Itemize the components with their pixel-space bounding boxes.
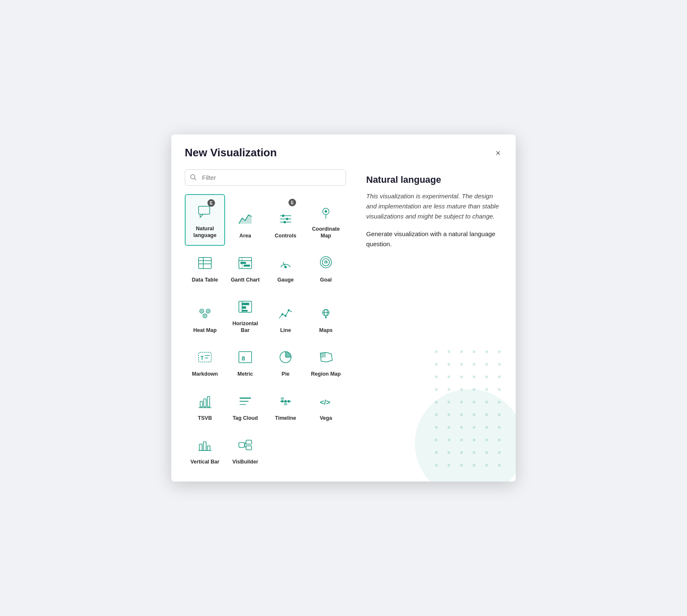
- svg-rect-110: [448, 413, 450, 416]
- svg-rect-85: [435, 363, 438, 366]
- tsvb-icon: [196, 392, 214, 411]
- close-button[interactable]: ×: [494, 147, 502, 159]
- deco-circle: [415, 389, 516, 482]
- svg-rect-135: [460, 464, 463, 466]
- vertical-bar-icon: [196, 436, 214, 454]
- viz-label-line: Line: [280, 327, 291, 334]
- deco-grid: [432, 347, 516, 482]
- svg-rect-93: [460, 376, 463, 378]
- badge-e-controls: E: [288, 199, 296, 206]
- viz-item-tsvb[interactable]: TSVB: [185, 384, 225, 428]
- svg-rect-127: [435, 451, 438, 454]
- svg-rect-98: [448, 388, 450, 391]
- viz-item-natural-language[interactable]: Natural languageE: [185, 194, 225, 246]
- new-visualization-modal: New Visualization × Natural languageEAre…: [171, 134, 516, 482]
- svg-rect-37: [242, 306, 246, 309]
- svg-rect-115: [435, 426, 438, 429]
- svg-rect-81: [460, 350, 463, 353]
- badge-e-natural-language: E: [207, 199, 215, 207]
- svg-rect-76: [246, 446, 252, 450]
- svg-rect-105: [460, 401, 463, 403]
- svg-text:</>: </>: [320, 398, 330, 406]
- viz-item-controls[interactable]: ControlsE: [265, 194, 306, 246]
- svg-rect-87: [460, 363, 463, 366]
- vega-icon: </>: [317, 392, 335, 411]
- svg-rect-136: [473, 464, 475, 466]
- viz-item-timeline[interactable]: Timeline: [265, 384, 306, 428]
- viz-item-pie[interactable]: Pie: [265, 340, 306, 384]
- gantt-icon: [236, 254, 254, 272]
- svg-rect-101: [485, 388, 488, 391]
- svg-rect-106: [473, 401, 475, 403]
- viz-item-coordinate-map[interactable]: Coordinate Map: [306, 194, 346, 246]
- viz-item-horizontal-bar[interactable]: Horizontal Bar: [225, 290, 265, 340]
- filter-input[interactable]: [185, 169, 346, 186]
- svg-rect-84: [498, 350, 501, 353]
- svg-rect-68: [284, 403, 287, 405]
- viz-item-region-map[interactable]: Region Map: [306, 340, 346, 384]
- viz-label-vertical-bar: Vertical Bar: [191, 458, 220, 465]
- horizontal-bar-icon: [236, 297, 254, 316]
- heat-map-icon: [196, 304, 214, 323]
- svg-rect-79: [435, 350, 438, 353]
- svg-rect-95: [485, 376, 488, 378]
- viz-item-markdown[interactable]: TMarkdown: [185, 340, 225, 384]
- svg-point-65: [284, 400, 287, 403]
- svg-point-8: [286, 218, 288, 220]
- viz-label-region-map: Region Map: [311, 371, 341, 377]
- viz-label-markdown: Markdown: [192, 371, 218, 377]
- viz-item-goal[interactable]: 8Goal: [306, 246, 346, 290]
- viz-item-vertical-bar[interactable]: Vertical Bar: [185, 428, 225, 471]
- svg-rect-117: [460, 426, 463, 429]
- viz-item-data-table[interactable]: Data Table: [185, 246, 225, 290]
- svg-rect-74: [239, 442, 244, 447]
- svg-rect-129: [460, 451, 463, 454]
- viz-label-gauge: Gauge: [278, 276, 294, 283]
- svg-rect-138: [498, 464, 501, 466]
- svg-rect-121: [435, 439, 438, 441]
- svg-rect-38: [242, 310, 247, 311]
- svg-text:T: T: [201, 355, 204, 361]
- viz-item-heat-map[interactable]: Heat Map: [185, 290, 225, 340]
- viz-item-gauge[interactable]: Gauge: [265, 246, 306, 290]
- viz-label-coordinate-map: Coordinate Map: [309, 226, 342, 240]
- svg-rect-91: [435, 376, 438, 378]
- viz-label-controls: Controls: [275, 232, 296, 239]
- svg-rect-67: [281, 397, 284, 400]
- viz-label-heat-map: Heat Map: [193, 327, 217, 334]
- viz-item-line[interactable]: Line: [265, 290, 306, 340]
- right-panel: Natural language This visualization is e…: [356, 163, 516, 482]
- svg-point-66: [288, 400, 290, 403]
- goal-icon: 8: [317, 254, 335, 272]
- line-icon: [276, 304, 295, 323]
- viz-item-vega[interactable]: </>Vega: [306, 384, 346, 428]
- modal-header: New Visualization ×: [171, 134, 516, 163]
- svg-point-64: [281, 400, 284, 403]
- modal-title: New Visualization: [185, 146, 277, 159]
- pie-icon: [276, 348, 295, 366]
- svg-text:8: 8: [325, 260, 327, 264]
- viz-label-pie: Pie: [282, 371, 290, 377]
- detail-title: Natural language: [366, 174, 502, 185]
- svg-rect-80: [448, 350, 450, 353]
- modal-body: Natural languageEAreaControlsECoordinate…: [171, 163, 516, 482]
- viz-label-vis-builder: VisBuilder: [232, 458, 258, 465]
- viz-item-metric[interactable]: 8Metric: [225, 340, 265, 384]
- svg-rect-114: [498, 413, 501, 416]
- viz-label-area: Area: [239, 232, 251, 239]
- viz-item-area[interactable]: Area: [225, 194, 265, 246]
- viz-item-gantt-chart[interactable]: Gantt Chart: [225, 246, 265, 290]
- viz-item-vis-builder[interactable]: VisBuilder: [225, 428, 265, 471]
- svg-rect-118: [473, 426, 475, 429]
- svg-rect-130: [473, 451, 475, 454]
- svg-rect-112: [473, 413, 475, 416]
- detail-body: Generate visualization with a natural la…: [366, 229, 502, 249]
- svg-rect-13: [199, 257, 211, 269]
- viz-label-vega: Vega: [320, 415, 332, 421]
- viz-item-maps[interactable]: Maps: [306, 290, 346, 340]
- viz-label-timeline: Timeline: [275, 415, 296, 421]
- viz-item-tag-cloud[interactable]: Tag Cloud: [225, 384, 265, 428]
- viz-label-horizontal-bar: Horizontal Bar: [229, 320, 262, 334]
- svg-rect-104: [448, 401, 450, 403]
- svg-rect-99: [460, 388, 463, 391]
